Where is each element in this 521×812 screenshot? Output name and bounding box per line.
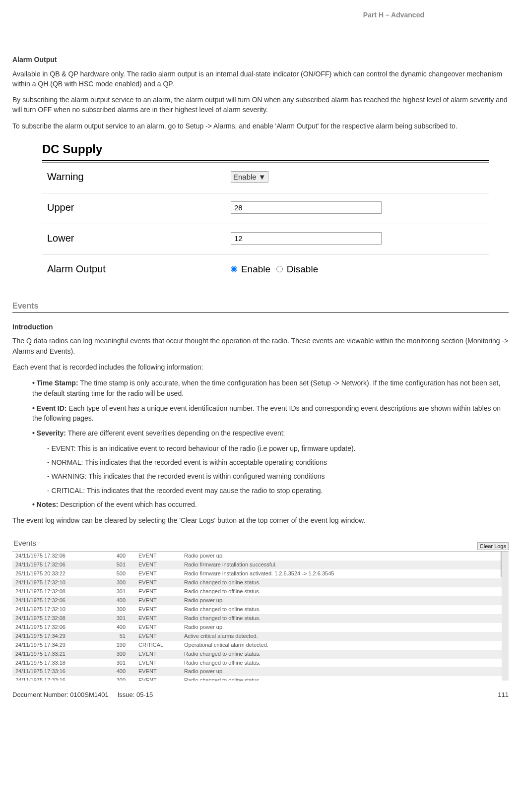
log-note: Active critical alarms detected. <box>181 632 502 641</box>
log-timestamp: 24/11/1975 17:32:10 <box>12 605 98 614</box>
events-p1: The Q data radios can log meaningful eve… <box>12 336 509 356</box>
log-event-id: 300 <box>98 578 135 587</box>
log-row: 24/11/1975 17:32:08301EVENTRadio changed… <box>12 587 502 596</box>
alarm-output-title: Alarm Output <box>12 55 509 64</box>
log-note: Radio firmware installation successful. <box>181 561 502 569</box>
intro-title: Introduction <box>12 322 509 332</box>
dc-supply-panel: DC Supply Warning Enable ▼ Upper Lower A… <box>42 141 489 285</box>
log-timestamp: 24/11/1975 17:33:21 <box>12 650 98 659</box>
events-p3: The event log window can be cleared by s… <box>12 515 509 525</box>
log-timestamp: 24/11/1975 17:32:06 <box>12 623 98 632</box>
log-row: 24/11/1975 17:32:06400EVENTRadio power u… <box>12 552 502 561</box>
page-footer: Document Number: 0100SM1401 Issue: 05-15… <box>12 690 509 700</box>
log-timestamp: 24/11/1975 17:34:29 <box>12 632 98 641</box>
log-note: Radio changed to online status. <box>181 578 502 587</box>
log-note: Radio changed to online status. <box>181 605 502 614</box>
log-event-id: 190 <box>98 641 135 650</box>
bullet-event-id: Event ID: Each type of event has a uniqu… <box>32 403 509 424</box>
alarm-output-p1: Available in QB & QP hardware only. The … <box>12 69 509 89</box>
events-p2: Each event that is recorded includes the… <box>12 362 509 372</box>
log-event-id: 400 <box>98 596 135 605</box>
log-event-id: 300 <box>98 605 135 614</box>
events-log-scroll[interactable]: 24/11/1975 17:32:06400EVENTRadio power u… <box>12 552 509 681</box>
log-timestamp: 24/11/1975 17:34:29 <box>12 641 98 650</box>
log-severity: EVENT <box>135 676 181 681</box>
log-note: Radio firmware installation activated. 1… <box>181 569 502 578</box>
dc-label-warning: Warning <box>47 170 231 184</box>
log-timestamp: 24/11/1975 17:32:08 <box>12 587 98 596</box>
alarm-output-disable-radio[interactable] <box>276 266 283 272</box>
log-timestamp: 24/11/1975 17:32:06 <box>12 596 98 605</box>
log-row: 24/11/1975 17:32:08301EVENTRadio changed… <box>12 614 502 623</box>
footer-issue: Issue: 05-15 <box>118 691 153 698</box>
log-event-id: 400 <box>98 552 135 561</box>
log-event-id: 500 <box>98 569 135 578</box>
log-event-id: 300 <box>98 650 135 659</box>
log-row: 24/11/1975 17:32:10300EVENTRadio changed… <box>12 578 502 587</box>
log-row: 26/11/1975 20:33:22500EVENTRadio firmwar… <box>12 569 502 578</box>
clear-logs-button[interactable]: Clear Logs <box>477 542 509 550</box>
alarm-output-p2: By subscribing the alarm output service … <box>12 95 509 115</box>
log-severity: EVENT <box>135 561 181 569</box>
upper-input[interactable] <box>231 201 382 214</box>
sev-event: - EVENT: This is an indicative event to … <box>47 443 509 453</box>
log-severity: CRITICAL <box>135 641 181 650</box>
sev-normal: - NORMAL: This indicates that the record… <box>47 457 509 467</box>
log-severity: EVENT <box>135 614 181 623</box>
log-row: 24/11/1975 17:32:06400EVENTRadio power u… <box>12 623 502 632</box>
log-note: Radio power up. <box>181 596 502 605</box>
dc-label-lower: Lower <box>47 231 231 246</box>
log-event-id: 51 <box>98 632 135 641</box>
log-timestamp: 24/11/1975 17:32:06 <box>12 561 98 569</box>
warning-select[interactable]: Enable ▼ <box>231 171 268 183</box>
dc-row-alarm-output: Alarm Output Enable Disable <box>42 255 489 285</box>
lower-input[interactable] <box>231 232 382 245</box>
page-header-part: Part H – Advanced <box>12 10 509 20</box>
log-row: 24/11/1975 17:33:16400EVENTRadio power u… <box>12 667 502 676</box>
bullet-severity: Severity: There are different event seve… <box>32 428 509 438</box>
alarm-output-enable-label: Enable <box>241 264 270 274</box>
footer-page-number: 111 <box>498 690 509 700</box>
alarm-output-enable-radio[interactable] <box>231 266 237 272</box>
log-note: Operational critical alarm detected. <box>181 641 502 650</box>
log-note: Radio changed to online status. <box>181 676 502 681</box>
log-event-id: 301 <box>98 659 135 668</box>
log-severity: EVENT <box>135 552 181 561</box>
dc-label-upper: Upper <box>47 200 231 215</box>
log-severity: EVENT <box>135 569 181 578</box>
log-row: 24/11/1975 17:32:10300EVENTRadio changed… <box>12 605 502 614</box>
dc-row-warning: Warning Enable ▼ <box>42 163 489 193</box>
log-row: 24/11/1975 17:32:06501EVENTRadio firmwar… <box>12 561 502 569</box>
log-timestamp: 24/11/1975 17:32:06 <box>12 552 98 561</box>
log-row: 24/11/1975 17:33:16300EVENTRadio changed… <box>12 676 502 681</box>
dc-row-upper: Upper <box>42 193 489 224</box>
log-severity: EVENT <box>135 578 181 587</box>
alarm-output-disable-label: Disable <box>287 264 318 274</box>
log-severity: EVENT <box>135 650 181 659</box>
log-note: Radio changed to offline status. <box>181 614 502 623</box>
alarm-output-p3: To subscribe the alarm output service to… <box>12 121 509 131</box>
events-heading: Events <box>12 300 509 313</box>
footer-doc-number: Document Number: 0100SM1401 <box>12 691 109 698</box>
events-panel-title: Events <box>12 536 36 552</box>
dc-supply-title: DC Supply <box>42 141 489 158</box>
log-row: 24/11/1975 17:34:2951EVENTActive critica… <box>12 632 502 641</box>
log-note: Radio changed to offline status. <box>181 659 502 668</box>
log-event-id: 501 <box>98 561 135 569</box>
log-severity: EVENT <box>135 659 181 668</box>
log-severity: EVENT <box>135 623 181 632</box>
log-timestamp: 24/11/1975 17:33:16 <box>12 667 98 676</box>
bullet-time-stamp: Time Stamp: The time stamp is only accur… <box>32 378 509 398</box>
log-severity: EVENT <box>135 632 181 641</box>
log-timestamp: 24/11/1975 17:32:10 <box>12 578 98 587</box>
sev-warning: - WARNING: This indicates that the recor… <box>47 471 509 481</box>
log-timestamp: 26/11/1975 20:33:22 <box>12 569 98 578</box>
log-severity: EVENT <box>135 667 181 676</box>
log-note: Radio changed to offline status. <box>181 587 502 596</box>
log-row: 24/11/1975 17:33:18301EVENTRadio changed… <box>12 659 502 668</box>
log-timestamp: 24/11/1975 17:32:08 <box>12 614 98 623</box>
dc-row-lower: Lower <box>42 224 489 255</box>
log-note: Radio power up. <box>181 667 502 676</box>
log-timestamp: 24/11/1975 17:33:16 <box>12 676 98 681</box>
bullet-notes: Notes: Description of the event which ha… <box>32 500 509 509</box>
